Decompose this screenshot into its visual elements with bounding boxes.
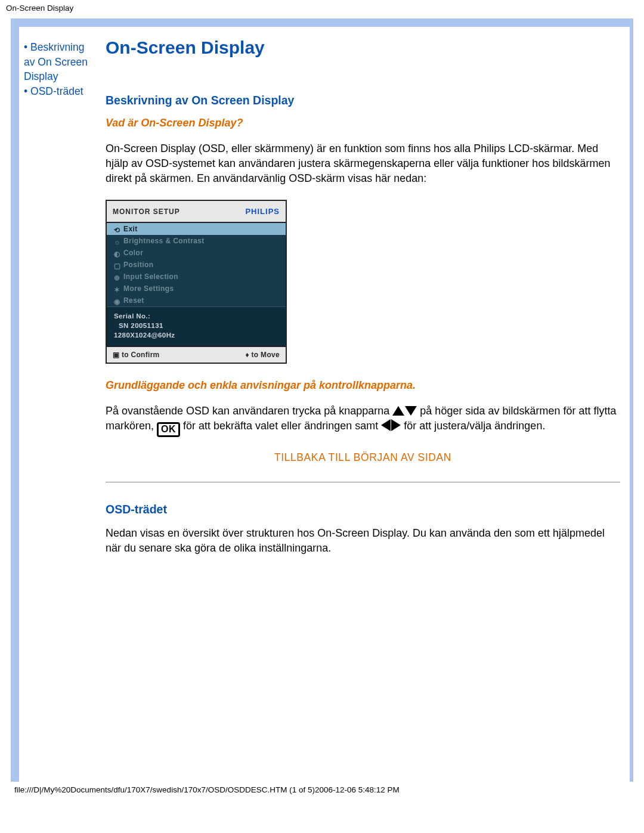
bullet-icon: • xyxy=(24,85,27,97)
osd-titlebar: MONITOR SETUP PHILIPS xyxy=(107,201,286,223)
back-to-top-link[interactable]: TILLBAKA TILL BÖRJAN AV SIDAN xyxy=(274,451,451,463)
osd-screenshot: MONITOR SETUP PHILIPS ⟲ Exit ☼ Brightnes… xyxy=(106,200,287,364)
input-icon: ⊕ xyxy=(114,274,120,280)
osd-footer: ▣ to Confirm ♦ to Move xyxy=(107,346,286,363)
page-header-title: On-Screen Display xyxy=(0,0,644,15)
section-heading-osd-tree: OSD-trädet xyxy=(106,503,620,516)
osd-confirm-hint: ▣ to Confirm xyxy=(113,351,160,359)
settings-icon: ✶ xyxy=(114,286,120,292)
osd-menu-item-more: ✶ More Settings xyxy=(107,283,286,295)
osd-menu-item-position: ▢ Position xyxy=(107,259,286,271)
text-part-a: På ovanstående OSD kan användaren trycka… xyxy=(106,405,392,417)
paragraph-button-instructions: På ovanstående OSD kan användaren trycka… xyxy=(106,404,620,437)
sidebar-item-description[interactable]: • Beskrivning av On Screen Display xyxy=(24,40,92,84)
section-heading-description: Beskrivning av On Screen Display xyxy=(106,94,620,107)
paragraph-osd-tree-intro: Nedan visas en översikt över strukturen … xyxy=(106,526,620,556)
sidebar-link-osd-tree[interactable]: OSD-trädet xyxy=(30,85,83,97)
osd-menu-label: Position xyxy=(123,261,154,269)
sidebar: • Beskrivning av On Screen Display • OSD… xyxy=(19,27,95,594)
page-frame: • Beskrivning av On Screen Display • OSD… xyxy=(11,18,633,782)
osd-move-hint: ♦ to Move xyxy=(246,351,280,359)
subheading-basic-instructions: Grundläggande och enkla anvisningar på k… xyxy=(106,379,620,392)
ok-icon: OK xyxy=(157,422,180,437)
brightness-icon: ☼ xyxy=(114,238,120,244)
osd-info-block: Serial No.: SN 20051131 1280X1024@60Hz xyxy=(107,306,286,346)
footer-file-path: file:///D|/My%20Documents/dfu/170X7/swed… xyxy=(0,782,644,803)
sidebar-item-osd-tree[interactable]: • OSD-trädet xyxy=(24,84,92,99)
bullet-icon: • xyxy=(24,41,27,53)
paragraph-osd-description: On-Screen Display (OSD, eller skärmmeny)… xyxy=(106,141,620,185)
osd-menu: ⟲ Exit ☼ Brightness & Contrast ◐ Color xyxy=(107,223,286,346)
osd-menu-item-brightness: ☼ Brightness & Contrast xyxy=(107,235,286,247)
osd-menu-label: Color xyxy=(123,249,143,257)
osd-menu-item-exit: ⟲ Exit xyxy=(107,223,286,235)
osd-menu-item-reset: ◉ Reset xyxy=(107,295,286,306)
osd-menu-label: Reset xyxy=(123,296,144,305)
exit-icon: ⟲ xyxy=(114,226,120,232)
subheading-what-is-osd: Vad är On-Screen Display? xyxy=(106,117,620,129)
osd-brand-logo: PHILIPS xyxy=(245,207,280,216)
osd-menu-label: Input Selection xyxy=(123,272,178,281)
main-content: On-Screen Display Beskrivning av On Scre… xyxy=(95,27,630,594)
up-down-arrow-icon xyxy=(392,405,417,417)
osd-serial-label: Serial No.: xyxy=(114,312,278,321)
osd-title-text: MONITOR SETUP xyxy=(113,208,180,216)
left-right-arrow-icon xyxy=(381,420,401,432)
section-divider xyxy=(106,482,620,482)
text-part-c: för att bekräfta valet eller ändringen s… xyxy=(183,420,381,432)
position-icon: ▢ xyxy=(114,262,120,268)
osd-serial-value: SN 20051131 xyxy=(114,321,278,331)
osd-menu-item-color: ◐ Color xyxy=(107,247,286,259)
osd-menu-label: Exit xyxy=(123,225,138,233)
page-title: On-Screen Display xyxy=(106,38,620,58)
sidebar-link-description[interactable]: Beskrivning av On Screen Display xyxy=(24,41,88,82)
osd-menu-label: Brightness & Contrast xyxy=(123,237,205,245)
osd-menu-label: More Settings xyxy=(123,284,174,293)
text-part-d: för att justera/välja ändringen. xyxy=(404,420,545,432)
reset-icon: ◉ xyxy=(114,298,120,304)
osd-menu-item-input: ⊕ Input Selection xyxy=(107,271,286,283)
color-icon: ◐ xyxy=(114,250,120,256)
osd-mode: 1280X1024@60Hz xyxy=(114,331,278,340)
